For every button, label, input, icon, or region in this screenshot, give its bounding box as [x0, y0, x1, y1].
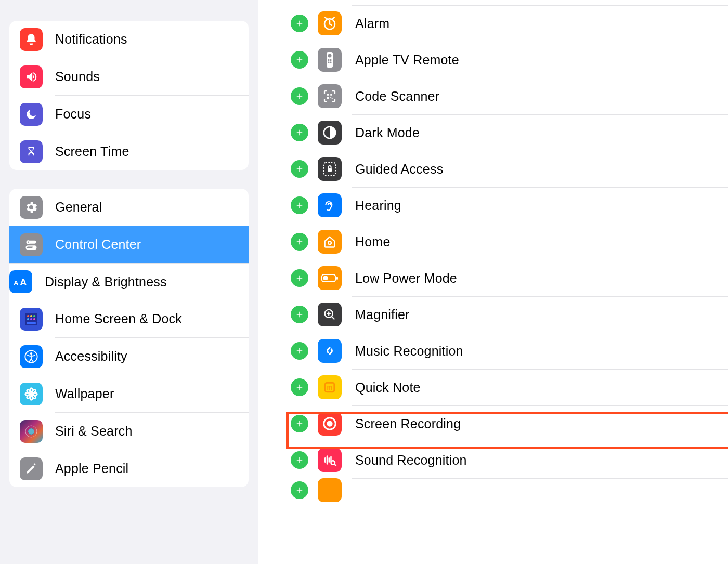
record-icon	[318, 412, 342, 436]
sidebar-item-display-brightness[interactable]: AA Display & Brightness	[9, 263, 249, 300]
svg-point-10	[27, 318, 29, 320]
sidebar-item-screen-time[interactable]: Screen Time	[9, 133, 249, 170]
bell-icon	[20, 28, 43, 51]
detail-row-label: Screen Recording	[355, 416, 461, 431]
svg-point-48	[322, 344, 337, 358]
sidebar-item-label: Display & Brightness	[45, 274, 167, 290]
add-button[interactable]	[291, 378, 308, 396]
ear-icon	[318, 193, 342, 217]
svg-point-7	[27, 315, 29, 317]
svg-point-1	[27, 241, 30, 243]
next-item-icon	[318, 478, 342, 502]
add-button[interactable]	[291, 87, 308, 105]
detail-row-screen-recording[interactable]: Screen Recording	[291, 405, 728, 442]
detail-row-label: Code Scanner	[355, 89, 439, 104]
detail-row-low-power-mode[interactable]: Low Power Mode	[291, 260, 728, 296]
detail-row-quick-note[interactable]: m Quick Note	[291, 369, 728, 405]
sidebar-item-control-center[interactable]: Control Center	[9, 226, 249, 263]
sidebar-item-siri-search[interactable]: Siri & Search	[9, 413, 249, 450]
add-button[interactable]	[291, 269, 308, 287]
qr-icon	[318, 84, 342, 108]
add-button[interactable]	[291, 415, 308, 432]
lock-frame-icon	[318, 157, 342, 181]
sidebar-item-apple-pencil[interactable]: Apple Pencil	[9, 450, 249, 487]
add-button[interactable]	[291, 233, 308, 251]
svg-rect-36	[330, 94, 332, 96]
svg-rect-35	[327, 94, 329, 96]
add-button[interactable]	[291, 160, 308, 178]
svg-point-9	[33, 315, 35, 317]
sidebar-item-home-screen-dock[interactable]: Home Screen & Dock	[9, 300, 249, 337]
detail-row-label: Music Recognition	[355, 344, 463, 359]
sidebar-item-label: General	[55, 200, 102, 215]
sidebar-item-accessibility[interactable]: Accessibility	[9, 338, 249, 375]
svg-rect-37	[327, 97, 329, 99]
add-button[interactable]	[291, 306, 308, 323]
svg-point-3	[33, 246, 36, 248]
svg-point-52	[327, 421, 332, 426]
svg-rect-33	[328, 62, 330, 63]
flower-icon	[20, 383, 43, 405]
sidebar-item-notifications[interactable]: Notifications	[9, 21, 249, 58]
magnify-plus-icon	[318, 303, 342, 326]
sidebar-item-sounds[interactable]: Sounds	[9, 58, 249, 95]
svg-rect-31	[328, 59, 330, 61]
control-center-detail: Alarm Apple TV Remote Code Scanner	[258, 0, 728, 564]
settings-sidebar: Notifications Sounds Focus Screen Time	[0, 0, 258, 564]
svg-rect-46	[336, 277, 338, 280]
svg-rect-13	[27, 322, 36, 324]
detail-row-apple-tv-remote[interactable]: Apple TV Remote	[291, 42, 728, 78]
half-circle-icon	[318, 121, 342, 145]
detail-row-magnifier[interactable]: Magnifier	[291, 296, 728, 333]
detail-row-music-recognition[interactable]: Music Recognition	[291, 333, 728, 369]
add-button[interactable]	[291, 481, 308, 499]
add-button[interactable]	[291, 451, 308, 469]
svg-point-12	[33, 318, 35, 320]
toggles-icon	[20, 233, 43, 256]
svg-point-27	[28, 428, 34, 435]
svg-point-15	[30, 352, 32, 355]
detail-row-next-peek[interactable]	[291, 478, 728, 502]
add-button[interactable]	[291, 51, 308, 69]
detail-row-code-scanner[interactable]: Code Scanner	[291, 78, 728, 114]
detail-row-label: Magnifier	[355, 307, 410, 322]
alarm-clock-icon	[318, 11, 342, 35]
sidebar-item-label: Screen Time	[55, 144, 129, 159]
speaker-icon	[20, 65, 43, 88]
add-button[interactable]	[291, 342, 308, 360]
detail-row-guided-access[interactable]: Guided Access	[291, 151, 728, 187]
sidebar-item-label: Focus	[55, 107, 91, 122]
hourglass-icon	[20, 140, 43, 163]
pencil-icon	[20, 457, 43, 480]
sidebar-item-label: Notifications	[55, 32, 127, 47]
svg-rect-45	[323, 276, 328, 280]
text-size-icon: AA	[9, 270, 32, 293]
svg-point-43	[328, 241, 331, 244]
waveform-search-icon	[318, 448, 342, 472]
house-icon	[318, 230, 342, 254]
detail-row-sound-recognition[interactable]: Sound Recognition	[291, 442, 728, 478]
detail-row-hearing[interactable]: Hearing	[291, 187, 728, 224]
add-button[interactable]	[291, 196, 308, 214]
sidebar-item-label: Accessibility	[55, 349, 127, 364]
sidebar-item-wallpaper[interactable]: Wallpaper	[9, 375, 249, 412]
sidebar-item-label: Sounds	[55, 69, 100, 84]
sidebar-item-label: Siri & Search	[55, 424, 133, 439]
svg-rect-42	[328, 168, 332, 172]
add-button[interactable]	[291, 124, 308, 141]
app-grid-icon	[20, 308, 43, 331]
add-button[interactable]	[291, 15, 308, 32]
detail-row-label: Apple TV Remote	[355, 53, 459, 68]
sidebar-item-label: Wallpaper	[55, 386, 114, 401]
sidebar-item-focus[interactable]: Focus	[9, 96, 249, 133]
detail-row-alarm[interactable]: Alarm	[291, 5, 728, 42]
svg-point-30	[328, 54, 332, 58]
sidebar-group-1: Notifications Sounds Focus Screen Time	[9, 21, 249, 170]
detail-row-dark-mode[interactable]: Dark Mode	[291, 114, 728, 151]
detail-row-home[interactable]: Home	[291, 224, 728, 260]
svg-rect-34	[330, 62, 332, 63]
svg-rect-39	[332, 98, 333, 99]
quick-note-icon: m	[318, 375, 342, 399]
svg-text:A: A	[14, 279, 19, 287]
sidebar-item-general[interactable]: General	[9, 189, 249, 226]
